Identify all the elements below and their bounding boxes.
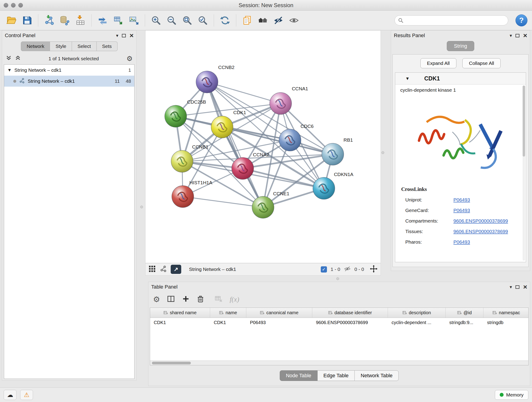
node-label-CDC6: CDC6 xyxy=(301,123,314,129)
open-in-new-button[interactable]: ↗ xyxy=(171,265,181,274)
crosslink-value-link[interactable]: P06493 xyxy=(453,208,470,213)
column-header-namespac[interactable]: namespac xyxy=(483,308,529,318)
delete-column-trash-icon[interactable] xyxy=(196,295,204,304)
crosslink-value-link[interactable]: 9606.ENSP00000378699 xyxy=(453,218,508,224)
panel-close-icon[interactable]: × xyxy=(523,33,527,38)
import-network-file-icon[interactable] xyxy=(42,13,56,27)
hide-details-eye-icon[interactable] xyxy=(272,13,285,27)
crosslink-value-link[interactable]: P06493 xyxy=(453,197,470,203)
column-header-database-identifier[interactable]: database identifier xyxy=(312,308,388,318)
table-settings-gear-icon[interactable]: ⚙ xyxy=(153,295,160,303)
splitter-handle[interactable] xyxy=(140,206,143,208)
export-image-icon[interactable] xyxy=(127,13,141,27)
panel-menu-icon[interactable]: ▾ xyxy=(510,285,512,289)
expand-all-icon[interactable] xyxy=(15,55,21,62)
zoom-window-button[interactable] xyxy=(18,3,23,7)
string-network-icon xyxy=(19,78,25,85)
search-input[interactable] xyxy=(406,18,505,23)
panel-menu-icon[interactable]: ▾ xyxy=(116,33,118,38)
help-button[interactable]: ? xyxy=(515,14,527,26)
results-scrollbar[interactable] xyxy=(523,85,525,261)
new-network-icon[interactable] xyxy=(96,13,109,27)
cloud-icon[interactable]: ☁ xyxy=(4,390,17,400)
panel-menu-icon[interactable]: ▾ xyxy=(510,33,512,38)
minimize-window-button[interactable] xyxy=(11,3,16,7)
network-from-table-icon[interactable] xyxy=(111,13,125,27)
crosslink-value-link[interactable]: P06493 xyxy=(453,239,470,245)
column-header-name[interactable]: name xyxy=(210,308,246,318)
collapse-all-button[interactable]: Collapse All xyxy=(462,58,501,68)
expand-all-button[interactable]: Expand All xyxy=(420,58,456,68)
crosslink-value-link[interactable]: 9606.ENSP00000378699 xyxy=(453,229,508,234)
close-window-button[interactable] xyxy=(4,3,8,7)
open-session-icon[interactable] xyxy=(5,13,18,27)
crosslinks-section: CrossLinks Uniprot:P06493GeneCard:P06493… xyxy=(395,182,526,247)
panel-close-icon[interactable]: × xyxy=(129,33,133,38)
import-table-icon[interactable] xyxy=(74,13,87,27)
column-header-@id[interactable]: @id xyxy=(446,308,483,318)
table-cell: stringdb xyxy=(483,318,529,328)
collapse-all-icon[interactable] xyxy=(6,55,12,62)
panel-float-icon[interactable] xyxy=(515,285,519,289)
tab-string[interactable]: String xyxy=(447,41,474,51)
network-edge[interactable] xyxy=(183,197,263,207)
crosslinks-title: CrossLinks xyxy=(401,186,526,192)
panel-float-icon[interactable] xyxy=(122,34,126,37)
table-cell: CDK1 xyxy=(210,318,246,328)
crosslink-label: Tissues: xyxy=(401,229,453,234)
column-header-description[interactable]: description xyxy=(388,308,446,318)
column-header-shared-name[interactable]: shared name xyxy=(150,308,210,318)
zoom-out-icon[interactable] xyxy=(165,13,178,27)
tab-node-table[interactable]: Node Table xyxy=(280,370,317,381)
birdseye-grid-icon[interactable] xyxy=(148,265,156,274)
table-header-row: shared namenamecanonical namedatabase id… xyxy=(150,308,528,318)
network-row-selected[interactable]: String Network – cdk1 11 48 xyxy=(4,76,134,87)
selected-checkbox-icon[interactable]: ✓ xyxy=(321,266,327,273)
add-column-plus-icon[interactable] xyxy=(182,295,190,304)
refresh-view-icon[interactable] xyxy=(218,13,232,27)
table-horizontal-scrollbar[interactable] xyxy=(150,361,528,365)
hidden-eye-slash-icon[interactable] xyxy=(344,265,351,274)
crosslink-row: Uniprot:P06493 xyxy=(401,195,526,205)
show-details-eye-icon[interactable] xyxy=(287,13,301,27)
zoom-selected-icon[interactable] xyxy=(196,13,210,27)
network-graph[interactable]: CCNB2CCNA1CDC25BCDK1CDC6RB1CCNB1CCNA2CDK… xyxy=(146,31,380,263)
tab-select[interactable]: Select xyxy=(72,41,96,51)
node-count: 11 xyxy=(115,78,120,84)
column-header-canonical-name[interactable]: canonical name xyxy=(246,308,312,318)
splitter-handle[interactable] xyxy=(336,277,339,280)
network-row-label: String Network – cdk1 xyxy=(28,78,75,84)
tab-network[interactable]: Network xyxy=(21,41,50,51)
import-network-database-icon[interactable] xyxy=(58,13,72,27)
toolbar-separator xyxy=(214,14,214,27)
search-box[interactable] xyxy=(394,15,508,26)
zoom-fit-icon[interactable] xyxy=(180,13,194,27)
network-share-icon[interactable] xyxy=(160,265,167,274)
network-collection-row[interactable]: ▼ String Network – cdk1 1 xyxy=(4,65,134,76)
tab-style[interactable]: Style xyxy=(50,41,72,51)
panel-close-icon[interactable]: × xyxy=(523,284,527,290)
table-row[interactable]: CDK1CDK1P064939606.ENSP00000378699cyclin… xyxy=(150,318,528,328)
tree-expand-icon[interactable]: ▼ xyxy=(7,68,12,73)
hidden-counts: 0 - 0 xyxy=(355,267,364,272)
tab-sets[interactable]: Sets xyxy=(97,41,118,51)
warning-icon[interactable]: ⚠ xyxy=(20,390,33,400)
tab-edge-table[interactable]: Edge Table xyxy=(317,370,355,381)
toolbar-separator xyxy=(91,14,92,27)
documents-icon[interactable] xyxy=(240,13,254,27)
crosslink-row: Pharos:P06493 xyxy=(401,237,526,247)
collapse-section-icon[interactable]: ▼ xyxy=(405,76,410,81)
gear-icon[interactable]: ⚙ xyxy=(127,55,133,62)
panel-float-icon[interactable] xyxy=(515,34,519,37)
zoom-in-icon[interactable] xyxy=(149,13,163,27)
memory-button[interactable]: Memory xyxy=(495,390,528,400)
save-session-icon[interactable] xyxy=(20,13,34,27)
network-canvas[interactable]: CCNB2CCNA1CDC25BCDK1CDC6RB1CCNB1CCNA2CDK… xyxy=(145,30,381,263)
network-edge[interactable] xyxy=(207,82,280,104)
splitter-handle[interactable] xyxy=(381,151,384,154)
tab-network-table[interactable]: Network Table xyxy=(355,370,399,381)
home-icon[interactable] xyxy=(256,13,270,27)
network-edge[interactable] xyxy=(207,82,263,207)
pan-move-icon[interactable] xyxy=(370,265,378,274)
show-columns-icon[interactable] xyxy=(167,295,175,304)
